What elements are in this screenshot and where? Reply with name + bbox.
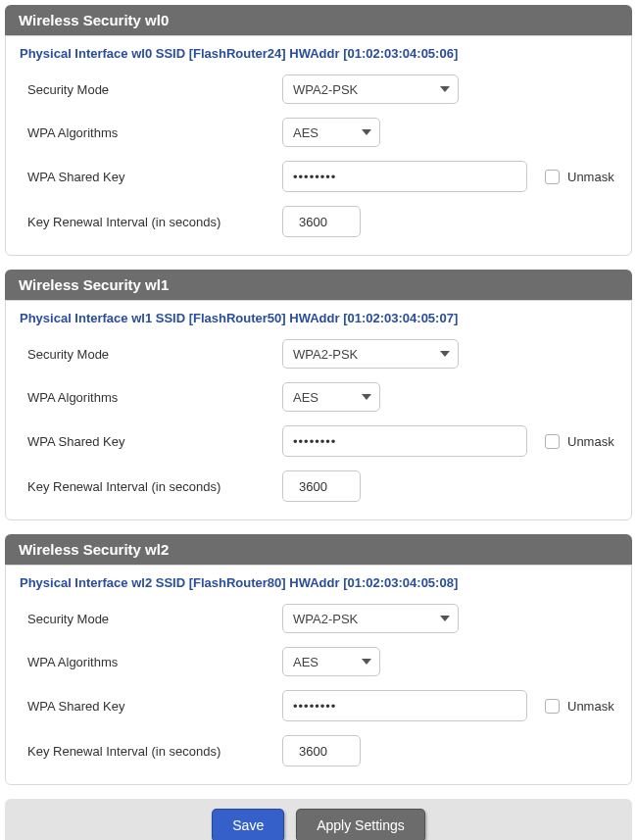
shared-key-input[interactable] <box>282 690 527 721</box>
label-wpa-algorithms: WPA Algorithms <box>27 125 282 140</box>
row-renewal: Key Renewal Interval (in seconds) <box>20 735 617 766</box>
renewal-input[interactable] <box>282 470 361 502</box>
row-security-mode: Security Mode WPA2-PSK <box>20 604 617 633</box>
row-shared-key: WPA Shared Key Unmask <box>20 161 617 192</box>
label-security-mode: Security Mode <box>27 82 282 97</box>
chevron-down-icon <box>440 351 450 357</box>
label-shared-key: WPA Shared Key <box>27 699 282 714</box>
security-mode-value: WPA2-PSK <box>293 612 358 626</box>
row-shared-key: WPA Shared Key Unmask <box>20 690 617 721</box>
row-wpa-algorithms: WPA Algorithms AES <box>20 647 617 676</box>
wpa-algorithm-select[interactable]: AES <box>282 647 380 676</box>
physical-interface-wl1: Physical Interface wl1 SSID [FlashRouter… <box>20 311 617 325</box>
security-mode-value: WPA2-PSK <box>293 82 358 97</box>
security-mode-value: WPA2-PSK <box>293 347 358 362</box>
row-wpa-algorithms: WPA Algorithms AES <box>20 382 617 412</box>
row-renewal: Key Renewal Interval (in seconds) <box>20 470 617 502</box>
label-shared-key: WPA Shared Key <box>27 434 282 449</box>
wpa-algorithm-select[interactable]: AES <box>282 382 380 412</box>
wpa-algorithm-value: AES <box>293 390 318 405</box>
label-renewal: Key Renewal Interval (in seconds) <box>27 215 282 229</box>
label-security-mode: Security Mode <box>27 612 282 626</box>
label-security-mode: Security Mode <box>27 347 282 362</box>
chevron-down-icon <box>440 616 450 621</box>
unmask-label: Unmask <box>567 434 614 449</box>
shared-key-input[interactable] <box>282 425 527 457</box>
label-wpa-algorithms: WPA Algorithms <box>27 655 282 669</box>
row-renewal: Key Renewal Interval (in seconds) <box>20 206 617 237</box>
save-button[interactable]: Save <box>212 809 284 840</box>
row-security-mode: Security Mode WPA2-PSK <box>20 74 617 104</box>
label-renewal: Key Renewal Interval (in seconds) <box>27 744 282 759</box>
section-header-wl2: Wireless Security wl2 <box>5 534 632 565</box>
section-header-wl1: Wireless Security wl1 <box>5 270 632 300</box>
renewal-input[interactable] <box>282 735 361 766</box>
row-wpa-algorithms: WPA Algorithms AES <box>20 118 617 147</box>
physical-interface-wl2: Physical Interface wl2 SSID [FlashRouter… <box>20 575 617 590</box>
apply-settings-button[interactable]: Apply Settings <box>296 809 425 840</box>
row-shared-key: WPA Shared Key Unmask <box>20 425 617 457</box>
security-mode-select[interactable]: WPA2-PSK <box>282 74 459 104</box>
unmask-checkbox[interactable] <box>545 699 560 714</box>
panel-wl2: Physical Interface wl2 SSID [FlashRouter… <box>5 565 632 785</box>
chevron-down-icon <box>362 659 371 665</box>
security-mode-select[interactable]: WPA2-PSK <box>282 339 459 369</box>
label-shared-key: WPA Shared Key <box>27 170 282 184</box>
label-renewal: Key Renewal Interval (in seconds) <box>27 479 282 494</box>
shared-key-input[interactable] <box>282 161 527 192</box>
panel-wl1: Physical Interface wl1 SSID [FlashRouter… <box>5 300 632 520</box>
renewal-input[interactable] <box>282 206 361 237</box>
panel-wl0: Physical Interface wl0 SSID [FlashRouter… <box>5 35 632 256</box>
unmask-checkbox[interactable] <box>545 170 560 184</box>
security-mode-select[interactable]: WPA2-PSK <box>282 604 459 633</box>
section-header-wl0: Wireless Security wl0 <box>5 5 632 35</box>
unmask-checkbox[interactable] <box>545 434 560 449</box>
row-security-mode: Security Mode WPA2-PSK <box>20 339 617 369</box>
chevron-down-icon <box>362 394 371 400</box>
physical-interface-wl0: Physical Interface wl0 SSID [FlashRouter… <box>20 46 617 61</box>
wpa-algorithm-value: AES <box>293 125 318 140</box>
chevron-down-icon <box>362 129 371 135</box>
label-wpa-algorithms: WPA Algorithms <box>27 390 282 405</box>
wpa-algorithm-select[interactable]: AES <box>282 118 380 147</box>
wpa-algorithm-value: AES <box>293 655 318 669</box>
chevron-down-icon <box>440 86 450 92</box>
unmask-label: Unmask <box>567 699 614 714</box>
unmask-label: Unmask <box>567 170 614 184</box>
button-bar: Save Apply Settings <box>5 799 632 840</box>
